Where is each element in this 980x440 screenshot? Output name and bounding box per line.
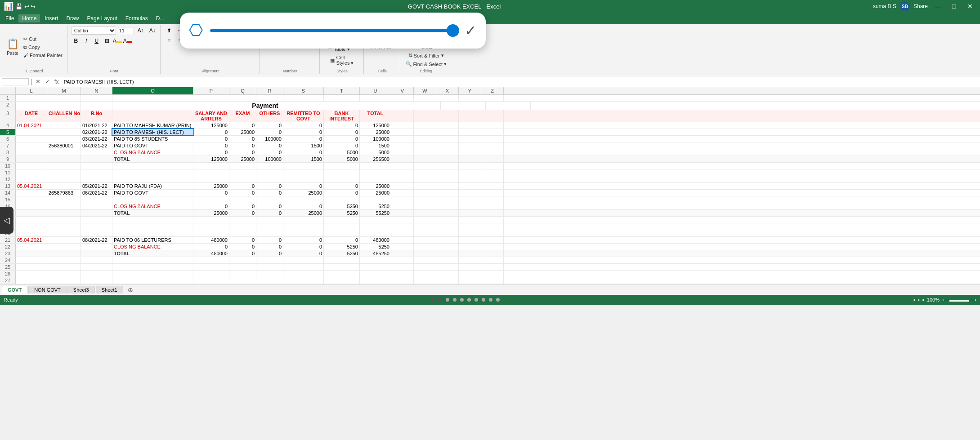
cell[interactable] (459, 264, 481, 270)
cell[interactable] (436, 196, 459, 203)
cell[interactable] (414, 169, 436, 176)
cell[interactable] (16, 142, 47, 149)
cell[interactable] (436, 223, 459, 230)
cell[interactable] (414, 210, 436, 216)
cell[interactable] (414, 223, 436, 230)
cell[interactable] (47, 230, 81, 236)
cell[interactable] (391, 203, 414, 209)
cell[interactable]: 25000 (360, 183, 391, 189)
cell[interactable] (459, 176, 481, 182)
cell[interactable] (81, 264, 112, 270)
cell[interactable] (47, 223, 81, 230)
cell[interactable] (459, 196, 481, 203)
cell[interactable] (47, 264, 81, 270)
cell[interactable] (283, 176, 324, 182)
cell[interactable] (193, 230, 229, 236)
row-number[interactable]: 12 (0, 176, 16, 182)
zoom-slider[interactable]: ⟵▬▬▬▬⟶ (942, 297, 976, 303)
row-number[interactable]: 7 (0, 142, 16, 149)
cell[interactable]: 5000 (360, 149, 391, 156)
row-number[interactable]: 26 (0, 271, 16, 277)
cell[interactable]: 05/2021-22 (81, 183, 112, 189)
col-header-X[interactable]: X (436, 87, 459, 94)
cell[interactable] (324, 257, 360, 263)
cell[interactable] (47, 102, 81, 110)
cell[interactable]: 480000 (193, 237, 229, 243)
cell[interactable]: 0 (256, 122, 283, 129)
cell[interactable] (459, 136, 481, 142)
cell[interactable] (112, 196, 193, 203)
cell[interactable] (47, 203, 81, 209)
cell[interactable] (81, 102, 112, 110)
cell[interactable] (459, 95, 481, 101)
cell-closing[interactable]: CLOSING BALANCE (112, 149, 193, 156)
cell[interactable] (481, 149, 504, 156)
cell[interactable] (459, 169, 481, 176)
cell[interactable] (16, 136, 47, 142)
cell[interactable] (229, 230, 256, 236)
cell[interactable] (436, 203, 459, 209)
cell[interactable] (391, 196, 414, 203)
format-painter-button[interactable]: 🖌 Format Painter (22, 52, 64, 59)
cell[interactable] (436, 257, 459, 263)
cell[interactable] (481, 277, 504, 284)
cell[interactable] (481, 190, 504, 196)
cell[interactable] (459, 217, 481, 223)
cell[interactable] (481, 257, 504, 263)
row-number[interactable]: 9 (0, 156, 16, 162)
cell[interactable] (459, 257, 481, 263)
cell[interactable] (391, 264, 414, 270)
cell[interactable] (414, 257, 436, 263)
cell[interactable]: 0 (256, 237, 283, 243)
cell[interactable] (436, 129, 459, 135)
row-number[interactable]: 22 (0, 244, 16, 250)
cell[interactable] (414, 129, 436, 135)
cell[interactable] (459, 250, 481, 257)
cell[interactable]: 0 (256, 210, 283, 216)
row-number[interactable]: 27 (0, 277, 16, 284)
cell[interactable] (391, 169, 414, 176)
cell[interactable] (391, 230, 414, 236)
cell[interactable] (256, 230, 283, 236)
cell[interactable] (414, 230, 436, 236)
col-header-Z[interactable]: Z (481, 87, 504, 94)
row-number[interactable]: 14 (0, 190, 16, 196)
sheet-tab-non-govt[interactable]: NON GOVT (28, 286, 67, 293)
cell[interactable]: 0 (283, 149, 324, 156)
confirm-formula-button[interactable]: ✓ (44, 78, 51, 85)
col-header-Y[interactable]: Y (459, 87, 481, 94)
payment-header-cell[interactable]: Payment (112, 102, 418, 110)
cell[interactable]: 5250 (360, 203, 391, 209)
row-number[interactable]: 5 (0, 129, 16, 135)
cell[interactable]: 0 (324, 122, 360, 129)
cell[interactable] (283, 196, 324, 203)
cell[interactable] (16, 277, 47, 284)
col-header-T[interactable]: T (324, 87, 360, 94)
cell[interactable] (360, 264, 391, 270)
cell[interactable]: 0 (324, 237, 360, 243)
cell[interactable] (459, 237, 481, 243)
add-sheet-button[interactable]: ⊕ (124, 285, 137, 294)
cell[interactable]: 485250 (360, 250, 391, 257)
cell[interactable] (481, 129, 504, 135)
menu-page-layout[interactable]: Page Layout (83, 14, 121, 22)
cell[interactable] (229, 223, 256, 230)
cell[interactable] (508, 102, 531, 110)
cell[interactable] (459, 110, 481, 122)
status-dot-4[interactable] (453, 298, 456, 302)
sheet-tab-sheet3[interactable]: Sheet3 (67, 286, 95, 293)
cell[interactable] (436, 250, 459, 257)
cell[interactable] (436, 210, 459, 216)
cell[interactable] (193, 176, 229, 182)
cell[interactable] (459, 203, 481, 209)
cell[interactable] (16, 203, 47, 209)
cell[interactable] (81, 250, 112, 257)
cell[interactable]: 0 (283, 129, 324, 135)
cell[interactable] (283, 271, 324, 277)
cell[interactable]: 100000 (360, 136, 391, 142)
cell[interactable] (481, 230, 504, 236)
cell[interactable] (481, 271, 504, 277)
cell[interactable] (391, 183, 414, 189)
cell[interactable] (360, 169, 391, 176)
paste-button[interactable]: 📋 Paste (4, 35, 21, 60)
